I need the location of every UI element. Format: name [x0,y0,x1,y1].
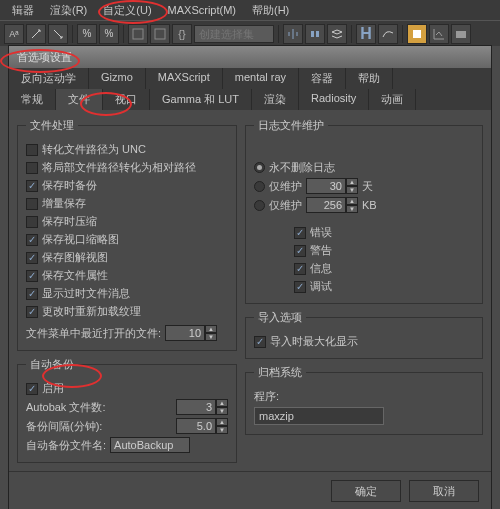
recent-input[interactable] [165,325,205,341]
rad-kb[interactable] [254,200,265,211]
kb-dn[interactable]: ▼ [346,205,358,213]
log-legend: 日志文件维护 [254,118,328,133]
menu-render[interactable]: 渲染(R) [42,1,95,20]
info-button[interactable] [451,24,471,44]
dialog-title: 首选项设置 [9,46,491,68]
lbl-num: Autobak 文件数: [26,400,172,415]
menu-editor[interactable]: 辑器 [4,1,42,20]
num-down[interactable]: ▼ [216,407,228,415]
chk-compress[interactable] [26,216,38,228]
lbl-reload: 更改时重新加载纹理 [42,304,141,319]
toolbar-button-1[interactable] [26,24,46,44]
selection-set-input[interactable] [194,25,274,43]
schematic-button[interactable] [407,24,427,44]
tab-viewport[interactable]: 视口 [103,89,150,110]
chk-zoom[interactable] [254,336,266,348]
menu-help[interactable]: 帮助(H) [244,1,297,20]
mirror-button[interactable] [283,24,303,44]
recent-down[interactable]: ▼ [205,333,217,341]
snap-toggle-2[interactable] [150,24,170,44]
layers-button[interactable] [327,24,347,44]
recent-up[interactable]: ▲ [205,325,217,333]
rad-days[interactable] [254,181,265,192]
tab-files[interactable]: 文件 [56,89,103,110]
int-down[interactable]: ▼ [216,426,228,434]
main-menu-bar: 辑器 渲染(R) 自定义(U) MAXScript(M) 帮助(H) [0,0,500,20]
menu-customize[interactable]: 自定义(U) [95,1,159,20]
snap-toggle-1[interactable] [128,24,148,44]
lbl-days: 仅维护 [269,179,302,194]
h-button[interactable]: H [356,24,376,44]
lbl-unc: 转化文件路径为 UNC [42,142,146,157]
ok-button[interactable]: 确定 [331,480,401,502]
rad-never[interactable] [254,162,265,173]
menu-maxscript[interactable]: MAXScript(M) [160,2,244,18]
days-input[interactable] [306,178,346,194]
interval-input[interactable] [176,418,216,434]
tab-ik[interactable]: 反向运动学 [9,68,89,89]
curve-editor-button[interactable] [378,24,398,44]
tab-general[interactable]: 常规 [9,89,56,110]
kb-up[interactable]: ▲ [346,197,358,205]
chk-info[interactable] [294,263,306,275]
autobackup-group: 自动备份 启用 Autobak 文件数: ▲▼ 备份间隔(分钟): ▲▼ 自动备… [17,357,237,463]
chk-props[interactable] [26,270,38,282]
chk-warn[interactable] [294,245,306,257]
svg-rect-0 [133,29,143,39]
chk-increment[interactable] [26,198,38,210]
tab-maxscript[interactable]: MAXScript [146,68,223,89]
abname-input[interactable] [110,437,190,453]
align-button[interactable] [305,24,325,44]
percent-button-1[interactable]: % [77,24,97,44]
tab-radiosity[interactable]: Radiosity [299,89,369,110]
tab-gamma[interactable]: Gamma 和 LUT [150,89,252,110]
svg-rect-1 [155,29,165,39]
chk-rel[interactable] [26,162,38,174]
log-group: 日志文件维护 永不删除日志 仅维护 ▲▼ 天 仅维护 ▲▼ KB 错误 警告 信… [245,118,483,304]
tab-gizmo[interactable]: Gizmo [89,68,146,89]
lbl-schematic: 保存图解视图 [42,250,108,265]
lbl-obsolete: 显示过时文件消息 [42,286,130,301]
svg-rect-3 [316,31,319,37]
svg-rect-4 [413,30,421,38]
cancel-button[interactable]: 取消 [409,480,479,502]
num-input[interactable] [176,399,216,415]
chk-backup[interactable] [26,180,38,192]
preferences-dialog: 首选项设置 反向运动学 Gizmo MAXScript mental ray 容… [8,45,492,509]
lbl-props: 保存文件属性 [42,268,108,283]
tab-anim[interactable]: 动画 [369,89,416,110]
lbl-compress: 保存时压缩 [42,214,97,229]
days-up[interactable]: ▲ [346,178,358,186]
days-dn[interactable]: ▼ [346,186,358,194]
constraint-button[interactable]: {} [172,24,192,44]
int-up[interactable]: ▲ [216,418,228,426]
lbl-thumb: 保存视口缩略图 [42,232,119,247]
chk-unc[interactable] [26,144,38,156]
kb-input[interactable] [306,197,346,213]
lbl-abname: 自动备份文件名: [26,438,106,453]
percent-button-2[interactable]: % [99,24,119,44]
import-group: 导入选项 导入时最大化显示 [245,310,483,359]
tab-help[interactable]: 帮助 [346,68,393,89]
chk-err[interactable] [294,227,306,239]
num-up[interactable]: ▲ [216,399,228,407]
chk-reload[interactable] [26,306,38,318]
svg-rect-5 [456,31,466,38]
toolbar-button-2[interactable] [48,24,68,44]
tab-container[interactable]: 容器 [299,68,346,89]
chk-thumb[interactable] [26,234,38,246]
prog-input[interactable] [254,407,384,425]
chk-obsolete[interactable] [26,288,38,300]
graph-button[interactable] [429,24,449,44]
autobackup-legend: 自动备份 [26,357,78,372]
chk-debug[interactable] [294,281,306,293]
lbl-debug: 调试 [310,279,332,294]
tab-mentalray[interactable]: mental ray [223,68,299,89]
chk-schematic[interactable] [26,252,38,264]
toolbar-button-aa[interactable]: Aª [4,24,24,44]
archive-legend: 归档系统 [254,365,306,380]
chk-enable-autobackup[interactable] [26,383,38,395]
lbl-warn: 警告 [310,243,332,258]
tabs-row-2: 常规 文件 视口 Gamma 和 LUT 渲染 Radiosity 动画 [9,89,491,110]
tab-render[interactable]: 渲染 [252,89,299,110]
